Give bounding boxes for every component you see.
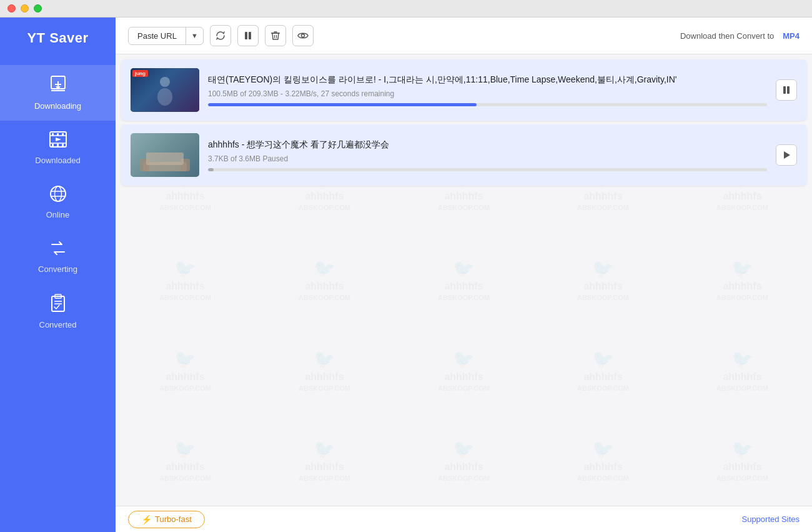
dropdown-arrow-icon: ▼ [186,28,203,43]
svg-point-27 [301,34,304,38]
content-area: 🐦ahhhhfsABSKOOP.COM 🐦ahhhhfsABSKOOP.COM … [116,54,812,506]
svg-marker-36 [784,151,790,159]
sidebar: YT Saver Downloading [0,18,116,532]
globe-icon [49,185,67,205]
delete-button[interactable] [265,25,286,46]
progress-bar-bg [208,103,767,106]
item-thumbnail [131,133,199,177]
svg-rect-22 [245,32,247,39]
paste-url-button[interactable]: Paste URL ▼ [128,27,204,45]
svg-point-14 [51,186,66,201]
progress-bar-fill [208,168,214,171]
toolbar: Paste URL ▼ [116,18,812,54]
item-info: 태연(TAEYEON)의 킬링보이스를 라이브로! - I,그대라는 시,만약에… [208,74,767,106]
sidebar-label-downloaded: Downloaded [35,156,80,165]
supported-sites-link[interactable]: Supported Sites [741,514,800,524]
svg-point-29 [157,88,172,106]
maximize-button[interactable] [34,4,42,13]
download-item: jung 태연(TAEYEON)의 킬링보이스를 라이브로! - I,그대라는 … [121,59,807,121]
svg-rect-23 [249,32,251,39]
svg-rect-10 [52,144,54,146]
sidebar-item-online[interactable]: Online [0,175,116,229]
convert-format[interactable]: MP4 [783,31,800,41]
download-item: ahhhhfs - 想学习这个魔术 看了好几遍都没学会 3.7KB of 3.6… [121,124,807,186]
clipboard-icon [50,294,66,315]
close-button[interactable] [7,4,16,13]
pause-item-button[interactable] [776,79,797,101]
svg-rect-30 [783,86,786,94]
svg-rect-8 [57,133,59,136]
paste-url-label: Paste URL [129,28,186,44]
progress-bar-bg [208,168,767,171]
item-thumbnail: jung [131,68,199,112]
sidebar-item-converted[interactable]: Converted [0,284,116,339]
convert-label: Download then Convert to [680,31,774,41]
svg-point-15 [54,186,61,201]
minimize-button[interactable] [21,4,29,13]
item-title: ahhhhfs - 想学习这个魔术 看了好几遍都没学会 [208,139,767,151]
svg-rect-35 [146,153,184,165]
progress-bar-fill [208,103,477,106]
svg-rect-12 [62,144,64,146]
app-container: YT Saver Downloading [0,18,812,532]
sidebar-label-downloading: Downloading [34,101,81,111]
pause-all-button[interactable] [237,25,259,46]
svg-rect-7 [52,133,54,136]
svg-marker-13 [56,138,61,141]
bottom-bar: ⚡ Turbo-fast Supported Sites [116,506,812,532]
sidebar-label-converted: Converted [39,320,77,329]
download-icon [49,75,67,96]
sidebar-item-downloaded[interactable]: Downloaded [0,121,116,175]
svg-rect-31 [787,86,790,94]
sidebar-item-downloading[interactable]: Downloading [0,65,116,121]
lightning-icon: ⚡ [141,514,152,524]
main-content: Paste URL ▼ [116,18,812,532]
resume-item-button[interactable] [776,144,797,166]
sidebar-label-online: Online [46,210,70,219]
turbo-fast-button[interactable]: ⚡ Turbo-fast [128,511,205,528]
item-title: 태연(TAEYEON)의 킬링보이스를 라이브로! - I,그대라는 시,만약에… [208,74,767,86]
refresh-button[interactable] [210,25,231,46]
svg-rect-9 [62,133,64,136]
convert-icon [49,239,67,259]
item-meta: 3.7KB of 3.6MB Paused [208,154,767,163]
item-meta: 100.5MB of 209.3MB - 3.22MB/s, 27 second… [208,89,767,98]
svg-point-28 [160,77,170,87]
preview-button[interactable] [292,25,314,46]
film-icon [49,131,67,151]
titlebar [0,0,812,18]
item-info: ahhhhfs - 想学习这个魔术 看了好几遍都没学会 3.7KB of 3.6… [208,139,767,171]
svg-rect-11 [57,144,59,146]
app-logo: YT Saver [27,30,88,46]
sidebar-item-converting[interactable]: Converting [0,229,116,284]
turbo-label: Turbo-fast [155,514,192,524]
sidebar-label-converting: Converting [38,264,77,274]
download-list: jung 태연(TAEYEON)의 킬링보이스를 라이브로! - I,그대라는 … [116,54,812,194]
